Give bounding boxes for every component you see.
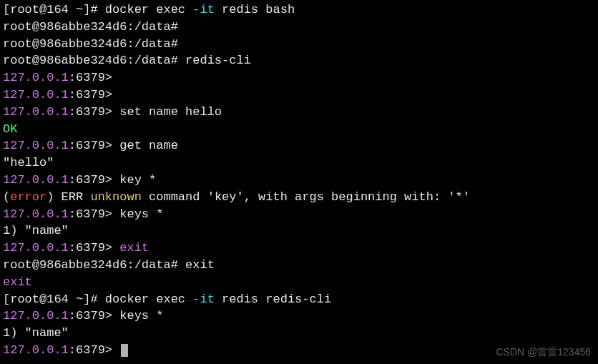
terminal-segment: 127.0.0.1 — [3, 309, 69, 323]
terminal-line: 127.0.0.1:6379> — [3, 69, 595, 87]
terminal-line: OK — [3, 121, 595, 138]
terminal-segment: exit — [3, 275, 32, 289]
terminal-line: root@986abbe324d6:/data# — [3, 36, 595, 53]
terminal-line: root@986abbe324d6:/data# exit — [3, 257, 595, 274]
terminal-line: root@986abbe324d6:/data# redis-cli — [3, 52, 595, 69]
terminal-segment: root@986abbe324d6:/data# redis-cli — [3, 54, 251, 67]
terminal-line: 127.0.0.1:6379> exit — [3, 240, 595, 257]
terminal-segment: -it — [192, 3, 215, 16]
terminal-segment: 127.0.0.1 — [3, 173, 69, 187]
terminal-segment: [root@164 ~]# docker exec — [3, 3, 192, 16]
terminal-segment: 1) "name" — [3, 326, 69, 340]
terminal-line: "hello" — [3, 154, 595, 172]
terminal-line: 127.0.0.1:6379> keys * — [3, 206, 595, 223]
terminal-line: 127.0.0.1:6379> get name — [3, 137, 595, 154]
terminal-segment: :6379> — [69, 71, 112, 84]
terminal-segment: redis redis-cli — [215, 292, 331, 306]
terminal-segment: 127.0.0.1 — [3, 343, 69, 357]
terminal-segment: :6379> key * — [69, 173, 156, 187]
terminal-segment: 127.0.0.1 — [3, 207, 69, 221]
terminal-segment: [root@164 ~]# docker exec — [3, 292, 192, 306]
terminal-line: 1) "name" — [3, 222, 595, 240]
terminal-line: exit — [3, 274, 595, 291]
terminal-segment: error — [10, 190, 46, 204]
terminal-segment: 127.0.0.1 — [3, 139, 69, 152]
terminal-segment: root@986abbe324d6:/data# — [3, 20, 178, 34]
terminal-segment: root@986abbe324d6:/data# — [3, 37, 178, 51]
terminal-segment: -it — [192, 292, 215, 306]
terminal-segment: :6379> — [69, 88, 112, 102]
terminal-segment: redis bash — [215, 3, 295, 16]
terminal-line: [root@164 ~]# docker exec -it redis bash — [3, 1, 595, 19]
terminal-line: 127.0.0.1:6379> — [3, 87, 595, 104]
terminal-segment: "hello" — [3, 156, 54, 169]
watermark: CSDN @雷雷123456 — [496, 345, 592, 360]
terminal-line: 127.0.0.1:6379> key * — [3, 172, 595, 189]
terminal-segment: command 'key', with args beginning with:… — [142, 190, 470, 204]
terminal-segment: 127.0.0.1 — [3, 105, 69, 119]
cursor-icon — [121, 344, 128, 357]
terminal-line: 127.0.0.1:6379> keys * — [3, 308, 595, 325]
terminal-output[interactable]: [root@164 ~]# docker exec -it redis bash… — [3, 1, 595, 359]
terminal-segment: :6379> keys * — [69, 207, 164, 221]
terminal-segment: unknown — [90, 190, 141, 204]
terminal-segment: 1) "name" — [3, 224, 69, 237]
terminal-line: [root@164 ~]# docker exec -it redis redi… — [3, 291, 595, 308]
terminal-segment: ( — [3, 190, 10, 204]
terminal-segment: :6379> get name — [69, 139, 178, 152]
terminal-segment: :6379> set name hello — [69, 105, 222, 119]
terminal-segment: OK — [3, 122, 17, 136]
terminal-line: (error) ERR unknown command 'key', with … — [3, 189, 595, 206]
terminal-segment: 127.0.0.1 — [3, 241, 69, 255]
terminal-line: 127.0.0.1:6379> set name hello — [3, 104, 595, 121]
terminal-line: root@986abbe324d6:/data# — [3, 19, 595, 36]
terminal-segment: :6379> — [69, 343, 119, 357]
terminal-segment: ) ERR — [46, 190, 90, 204]
terminal-segment: 127.0.0.1 — [3, 71, 69, 84]
terminal-segment: :6379> keys * — [69, 309, 164, 323]
terminal-segment: 127.0.0.1 — [3, 88, 69, 102]
terminal-line: 1) "name" — [3, 325, 595, 342]
terminal-segment: :6379> — [69, 241, 119, 255]
terminal-segment: root@986abbe324d6:/data# exit — [3, 258, 215, 272]
terminal-segment: exit — [119, 241, 149, 255]
